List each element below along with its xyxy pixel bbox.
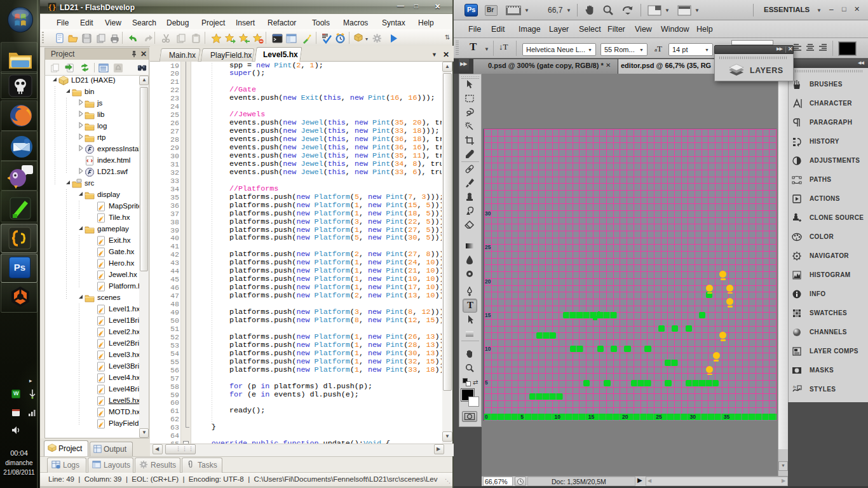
svg-text:fx: fx <box>793 385 797 389</box>
